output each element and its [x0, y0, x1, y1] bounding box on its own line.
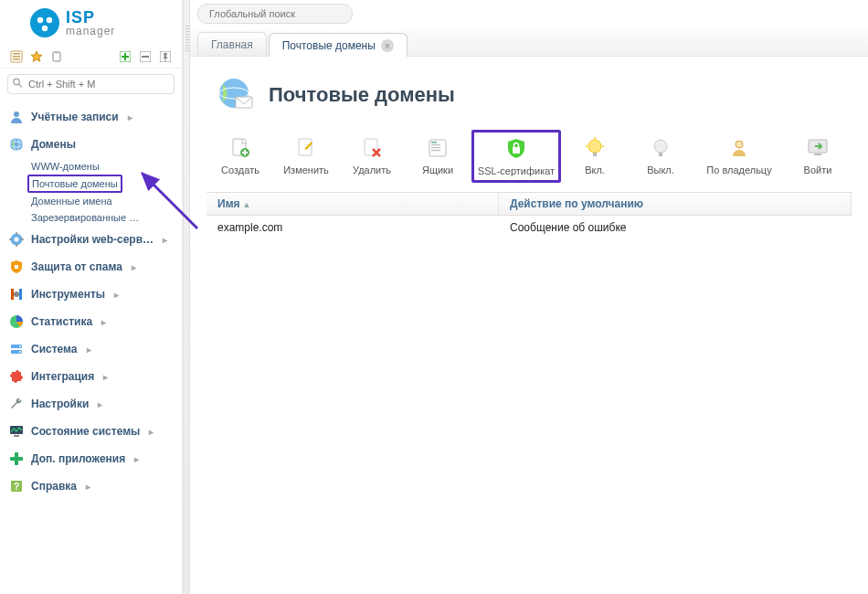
shield-orange-icon [9, 260, 24, 274]
star-icon[interactable] [29, 49, 44, 64]
plus-green-icon [9, 451, 24, 466]
toolbar-label: SSL-сертификат [478, 165, 555, 176]
help-book-icon: ? [9, 479, 24, 493]
toolbar-label: Вкл. [585, 164, 605, 175]
svg-rect-15 [142, 56, 149, 58]
svg-rect-5 [13, 53, 20, 55]
svg-rect-29 [21, 239, 24, 239]
nav-stats[interactable]: Статистика▸ [0, 308, 182, 335]
toolbar-edit[interactable]: Изменить [274, 130, 338, 181]
svg-rect-7 [13, 58, 20, 60]
nav-domains[interactable]: Домены [0, 131, 182, 158]
search-icon [12, 78, 23, 91]
tab-mail-domains[interactable]: Почтовые домены × [269, 33, 408, 57]
nav-label: Состояние системы [31, 425, 140, 438]
logo-icon [29, 7, 60, 38]
bulb-off-icon [648, 135, 673, 161]
toolbar-create[interactable]: Создать [208, 130, 272, 181]
svg-rect-31 [11, 289, 14, 300]
svg-point-69 [736, 141, 743, 148]
nav-label: Интеграция [31, 370, 94, 383]
svg-rect-26 [16, 232, 16, 235]
nav-sub-www[interactable]: WWW-домены [27, 158, 178, 175]
nav-sub-reserved[interactable]: Зарезервированные … [27, 209, 178, 226]
svg-rect-61 [513, 147, 520, 154]
toolbar-by-owner[interactable]: По владельцу [694, 130, 784, 181]
logo: ISP manager [0, 0, 182, 46]
nav-label: Доп. приложения [31, 452, 125, 465]
nav-settings[interactable]: Настройки▸ [0, 390, 182, 418]
sidebar-search-input[interactable] [7, 74, 175, 94]
svg-rect-57 [431, 142, 437, 143]
tab-bar: Главная Почтовые домены × [190, 31, 868, 57]
close-icon[interactable]: × [381, 39, 394, 52]
nav-help[interactable]: ? Справка▸ [0, 472, 182, 500]
minus-icon[interactable] [138, 49, 153, 64]
col-label: Действие по умолчанию [510, 197, 643, 210]
wrench-icon [9, 397, 24, 411]
toolbar-boxes[interactable]: Ящики [406, 130, 470, 181]
nav-antispam[interactable]: Защита от спама▸ [0, 253, 182, 281]
svg-point-37 [19, 345, 21, 347]
nav-label: Справка [31, 480, 77, 493]
nav-label: Защита от спама [31, 260, 122, 273]
svg-rect-63 [593, 153, 597, 156]
chevron-right-icon: ▸ [163, 235, 167, 245]
nav-label: Настройки [31, 398, 89, 410]
toolbar-label: Создать [221, 164, 259, 175]
svg-point-25 [15, 238, 19, 242]
mailbox-list-icon [425, 135, 450, 161]
toolbar-ssl[interactable]: SSL-сертификат [471, 130, 561, 183]
tab-main[interactable]: Главная [197, 32, 267, 56]
grid-col-name[interactable]: Имя▲ [206, 193, 499, 215]
col-label: Имя [217, 197, 240, 210]
screen-arrow-icon [805, 135, 831, 161]
plus-icon[interactable] [118, 49, 132, 64]
nav-sub-dns[interactable]: Доменные имена [27, 193, 178, 209]
globe-icon [9, 137, 24, 152]
nav-integration[interactable]: Интеграция▸ [0, 363, 182, 390]
nav: Учётные записи▸ Домены WWW-домены Почтов… [0, 100, 182, 509]
toolbar-delete[interactable]: Удалить [340, 130, 404, 181]
chevron-right-icon: ▸ [128, 112, 132, 122]
pin-icon[interactable] [158, 49, 173, 64]
svg-rect-42 [10, 457, 23, 461]
toolbar: Создать Изменить Удалить Ящики SSL-серти… [208, 130, 852, 183]
doc-x-icon [359, 135, 385, 161]
toolbar-on[interactable]: Вкл. [563, 130, 627, 181]
svg-marker-8 [31, 51, 42, 61]
toolbar-login[interactable]: Войти [786, 130, 850, 181]
grid-col-action[interactable]: Действие по умолчанию [499, 193, 852, 215]
toolbar-label: Выкл. [647, 164, 674, 175]
nav-system[interactable]: Система▸ [0, 335, 182, 363]
nav-webserver[interactable]: Настройки web-серв…▸ [0, 226, 182, 253]
svg-rect-52 [299, 139, 312, 155]
list-icon[interactable] [9, 49, 24, 64]
nav-state[interactable]: Состояние системы▸ [0, 418, 182, 445]
svg-rect-6 [13, 56, 20, 58]
svg-rect-58 [431, 144, 440, 145]
clipboard-icon[interactable] [49, 49, 64, 64]
puzzle-icon [9, 369, 24, 384]
main: Главная Почтовые домены × Почтов [190, 0, 868, 594]
chevron-right-icon: ▸ [101, 317, 106, 327]
nav-sub-mail[interactable]: Почтовые домены [32, 178, 118, 189]
svg-point-38 [19, 351, 21, 353]
toolbar-label: По владельцу [706, 164, 771, 175]
pie-icon [9, 314, 24, 329]
nav-label: Статистика [31, 315, 92, 328]
nav-tools[interactable]: Инструменты▸ [0, 281, 182, 308]
svg-rect-30 [15, 265, 18, 269]
svg-point-62 [588, 140, 601, 153]
nav-accounts[interactable]: Учётные записи▸ [0, 103, 182, 131]
global-search-input[interactable] [197, 4, 353, 24]
grid-header: Имя▲ Действие по умолчанию [206, 192, 852, 216]
chevron-right-icon: ▸ [132, 262, 136, 272]
svg-rect-13 [122, 56, 129, 58]
chevron-right-icon: ▸ [86, 482, 90, 492]
toolbar-off[interactable]: Выкл. [629, 130, 693, 181]
sidebar-resize-handle[interactable] [183, 0, 190, 594]
table-row[interactable]: example.com Сообщение об ошибке [206, 216, 852, 239]
nav-addons[interactable]: Доп. приложения▸ [0, 445, 182, 472]
svg-rect-60 [431, 150, 440, 151]
